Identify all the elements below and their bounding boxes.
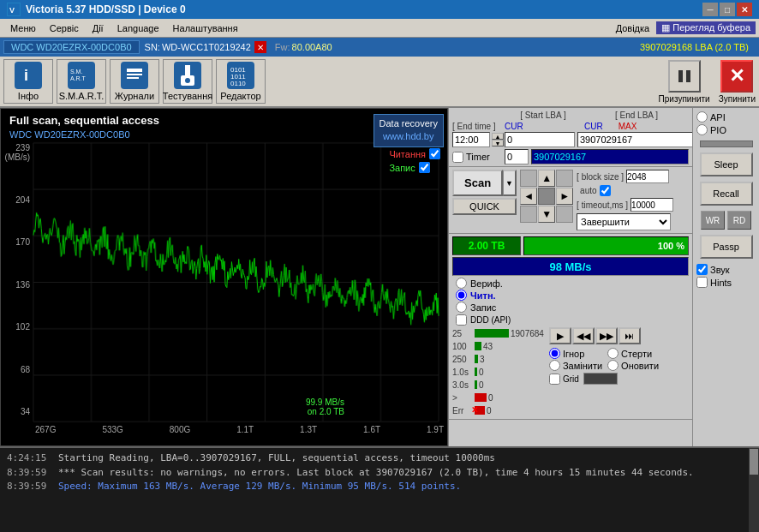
erase-radio[interactable] [607, 348, 619, 359]
end-lba-input[interactable] [577, 132, 701, 147]
update-radio[interactable] [607, 360, 619, 371]
write-radio[interactable] [456, 302, 467, 313]
ddd-row: DDD (API) [456, 314, 689, 326]
api-radio[interactable] [696, 111, 708, 123]
stat-row-4: 3.0s 0 [452, 379, 544, 391]
y-label-5: 68 [3, 365, 30, 374]
sleep-button[interactable]: Sleep [700, 152, 753, 176]
menu-item-actions[interactable]: Дії [86, 21, 111, 35]
device-close-button[interactable]: ✕ [254, 41, 266, 53]
timer-checkbox[interactable] [452, 152, 463, 163]
preview-buffer-button[interactable]: ▦ Перегляд буфера [656, 21, 756, 34]
stat-row-0: 25 1907684 [452, 327, 544, 339]
start-lba-header: [ Start LBA ] [505, 111, 582, 120]
log-scrollbar-thumb[interactable] [750, 449, 758, 475]
ddd-checkbox[interactable] [456, 314, 467, 326]
log-row-2: 8:39:59 Speed: Maximum 163 MB/s. Average… [7, 480, 742, 494]
smart-button[interactable]: S.M.A.R.T S.M.A.R.T. [57, 59, 106, 104]
reading-checkbox[interactable] [429, 148, 440, 159]
timeout-row: [ timeout,ms ] [577, 198, 689, 212]
serial-number: WD-WCC1T0219242 [162, 42, 251, 52]
replace-radio[interactable] [549, 360, 560, 371]
log-area: 4:24:15 Starting Reading, LBA=0..3907029… [0, 446, 759, 532]
test-button[interactable]: Тестування [163, 59, 212, 104]
info-button[interactable]: i Інфо [3, 59, 53, 104]
lba-display-input[interactable] [531, 149, 689, 164]
scan-button[interactable]: Scan [452, 170, 503, 196]
x-label-4: 1.3T [300, 425, 317, 445]
timeout-input[interactable] [631, 198, 673, 212]
y-label-4: 102 [3, 322, 30, 332]
arrow-left-button[interactable]: ◄ [520, 188, 537, 205]
finish-select[interactable]: Завершити [577, 213, 671, 230]
close-button[interactable]: ✕ [737, 3, 752, 16]
svg-rect-12 [185, 65, 190, 75]
arrow-up-button[interactable]: ▲ [538, 170, 555, 187]
play-button[interactable]: ▶ [549, 327, 571, 344]
verify-radio[interactable] [456, 278, 467, 289]
hints-checkbox[interactable] [696, 277, 708, 288]
verify-row: Вериф. [456, 278, 689, 289]
svg-text:i: i [24, 67, 28, 84]
journal-button[interactable]: Журнали [110, 59, 159, 104]
titlebar-icon: V [7, 3, 21, 16]
editor-button[interactable]: 010110110110 Редактор [216, 59, 266, 104]
block-size-input[interactable] [626, 170, 669, 183]
menu-item-menu[interactable]: Меню [3, 21, 43, 35]
right-panel: [ Start LBA ] [ End LBA ] [ End time ] C… [448, 108, 692, 446]
stop-button[interactable]: ✕ [720, 60, 753, 93]
menu-item-help[interactable]: Довідка [609, 21, 657, 35]
read-write-options: Вериф. Читн. Запис [452, 278, 689, 313]
lba-header-row: [ Start LBA ] [ End LBA ] [452, 111, 689, 120]
grid-color-box [583, 373, 618, 385]
minimize-button[interactable]: ─ [702, 3, 718, 16]
start-lba-input[interactable] [505, 132, 575, 147]
timer-input[interactable] [505, 149, 529, 164]
writing-label: Запис [389, 163, 415, 173]
block-size-row: [ block size ] [577, 170, 689, 183]
recall-button[interactable]: Recall [700, 182, 753, 206]
svg-rect-19 [678, 70, 683, 82]
reading-check-row: Читання [389, 148, 440, 159]
pause-button[interactable] [668, 60, 701, 93]
rd-button[interactable]: RD [727, 211, 751, 230]
menu-item-language[interactable]: Language [111, 21, 166, 35]
auto-checkbox[interactable] [600, 185, 611, 196]
end-button[interactable]: ⏭ [619, 327, 641, 344]
menu-item-settings[interactable]: Налаштування [166, 21, 245, 35]
arrow-bottomleft [520, 206, 537, 223]
end-time-up[interactable]: ▲ [492, 133, 504, 140]
arrow-right-button[interactable]: ► [556, 188, 573, 205]
sound-checkbox[interactable] [696, 264, 708, 275]
menu-item-service[interactable]: Сервіс [43, 21, 86, 35]
passp-button[interactable]: Passp [700, 235, 753, 259]
read-radio[interactable] [456, 290, 467, 301]
arrow-down-button[interactable]: ▼ [538, 206, 555, 223]
maximize-button[interactable]: □ [720, 3, 735, 16]
timer-row: Timer [452, 149, 689, 164]
svg-text:0110: 0110 [230, 80, 246, 87]
quick-button[interactable]: QUICK [452, 198, 517, 215]
rewind-button[interactable]: ◀◀ [572, 327, 595, 344]
stat-bar-4 [475, 380, 477, 389]
end-time-down[interactable]: ▼ [492, 140, 504, 146]
test-icon [174, 62, 201, 89]
chart-and-right: Data recovery www.hdd.by Full scan, sequ… [0, 108, 759, 446]
skip-end-button[interactable]: ▶▶ [595, 327, 618, 344]
svg-point-14 [185, 78, 190, 83]
log-content: 4:24:15 Starting Reading, LBA=0..3907029… [0, 448, 749, 532]
stat-row-err: Err ✕ 0 [452, 404, 544, 416]
end-time-input[interactable] [452, 132, 490, 147]
scan-dropdown-button[interactable]: ▼ [503, 170, 517, 196]
playback-controls: ▶ ◀◀ ▶▶ ⏭ [549, 327, 689, 344]
grid-checkbox[interactable] [549, 374, 560, 385]
progress-bar-container: 100 % [523, 236, 689, 255]
devicebar: WDC WD20EZRX-00DC0B0 SN: WD-WCC1T0219242… [0, 38, 759, 57]
stat-bar-1 [475, 342, 481, 350]
writing-checkbox[interactable] [419, 162, 430, 173]
log-scrollbar[interactable] [749, 448, 759, 532]
pio-radio[interactable] [696, 124, 708, 135]
wr-button[interactable]: WR [701, 211, 725, 230]
svg-rect-10 [127, 77, 139, 79]
ignore-radio[interactable] [549, 348, 560, 359]
